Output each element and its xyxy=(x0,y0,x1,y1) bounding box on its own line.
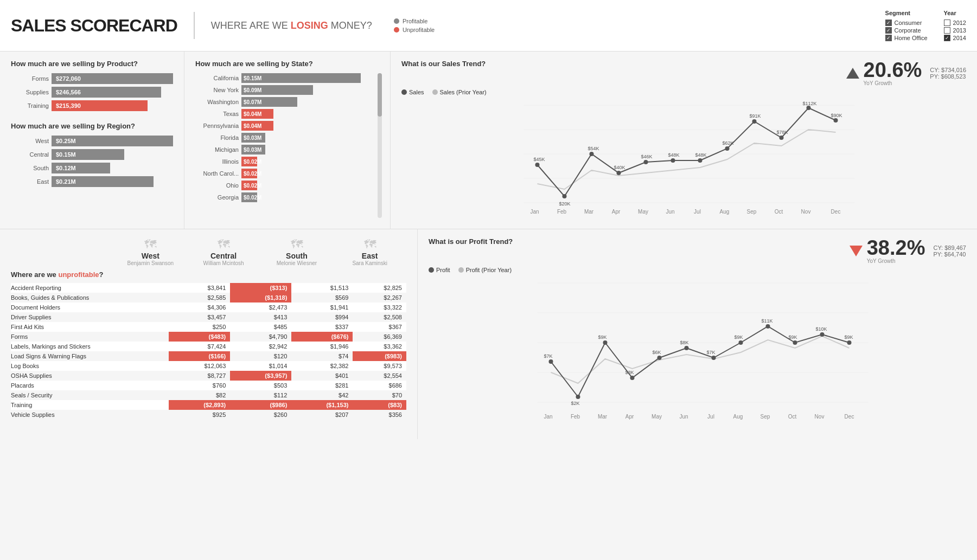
sales-cy: CY: $734,016 xyxy=(930,67,966,73)
sales-kpi: 20.6% YoY Growth xyxy=(846,60,922,86)
profit-cy-label: Profit xyxy=(436,267,450,273)
central-person: William Mcintosh xyxy=(187,260,260,266)
left-panel: How much are we selling by Product? Form… xyxy=(0,52,184,229)
svg-point-51 xyxy=(685,346,689,350)
segment-homeoffice[interactable]: ✓ Home Office xyxy=(885,35,928,41)
profit-py-dot xyxy=(458,267,464,273)
region-bar-south: South $0.12M xyxy=(11,163,173,173)
consumer-label: Consumer xyxy=(895,20,922,26)
profit-kpi-area: 38.2% YoY Growth CY: $89,467 PY: $64,740 xyxy=(850,237,966,264)
state-michigan: Michigan $0.03M xyxy=(195,145,379,155)
svg-text:Jul: Jul xyxy=(707,414,714,420)
svg-text:Jun: Jun xyxy=(666,209,674,215)
svg-point-15 xyxy=(807,106,811,110)
losing-word: LOSING xyxy=(291,20,328,31)
svg-text:$20K: $20K xyxy=(559,201,571,207)
svg-text:Oct: Oct xyxy=(788,414,797,420)
region-bar-chart: West $0.25M Central $0.15M xyxy=(11,136,173,187)
east-person: Sara Kaminski xyxy=(333,260,406,266)
state-section-title: How much are we selling by State? xyxy=(195,60,379,68)
sales-legend-py: Sales (Prior Year) xyxy=(432,89,487,95)
state-pennsylvania: Pennsylvania $0.04M xyxy=(195,121,379,131)
consumer-checkbox[interactable]: ✓ xyxy=(885,20,892,26)
profit-trend-panel: What is our Profit Trend? 38.2% YoY Grow… xyxy=(418,229,977,439)
profit-cy-dot xyxy=(429,267,434,273)
profit-legend-cy: Profit xyxy=(429,267,450,273)
sales-cy-label: Sales xyxy=(409,89,424,95)
svg-text:Mar: Mar xyxy=(598,414,608,420)
west-region-name: West xyxy=(114,252,187,260)
year2014-checkbox[interactable]: ✓ xyxy=(944,35,950,41)
sales-trend-title: What is our Sales Trend? xyxy=(401,60,486,68)
segment-consumer[interactable]: ✓ Consumer xyxy=(885,20,928,26)
sales-line-chart: $45K $20K $54K $40K $46K $48K $48K $62K … xyxy=(401,100,966,219)
svg-text:Dec: Dec xyxy=(831,209,841,215)
product-bar-forms: Forms $272,060 xyxy=(11,73,173,84)
year2012-checkbox[interactable] xyxy=(944,20,950,26)
svg-point-14 xyxy=(780,136,784,140)
segment-area: Segment ✓ Consumer ✓ Corporate ✓ Home Of… xyxy=(885,10,966,41)
region-section-title: How much are we selling by Region? xyxy=(11,122,173,130)
year-2013[interactable]: 2013 xyxy=(944,27,966,34)
south-map-icon: 🗺 xyxy=(260,237,334,252)
profit-line-chart: $7K $2K $9K $3K $6K $8K $7K $9K $11K $9K… xyxy=(429,278,966,429)
profit-py: PY: $64,740 xyxy=(933,251,966,258)
svg-text:Aug: Aug xyxy=(733,414,743,420)
product-bar-supplies: Supplies $246,566 xyxy=(11,87,173,98)
table-row: Accident Reporting$3,841($313)$1,513$2,8… xyxy=(11,283,406,293)
profit-cy: CY: $89,467 xyxy=(933,244,966,251)
state-newyork: New York $0.09M xyxy=(195,85,379,95)
state-panel: How much are we selling by State? Califo… xyxy=(184,52,391,229)
sales-trend-panel: What is our Sales Trend? 20.6% YoY Growt… xyxy=(391,52,977,229)
profit-legend-py: Profit (Prior Year) xyxy=(458,267,512,273)
up-arrow-icon xyxy=(846,68,859,79)
scrollbar-track xyxy=(378,73,382,218)
svg-point-10 xyxy=(671,158,675,163)
svg-text:Feb: Feb xyxy=(571,414,580,420)
svg-text:$90K: $90K xyxy=(831,113,842,118)
svg-point-47 xyxy=(576,395,580,399)
trend-header-row: What is our Sales Trend? 20.6% YoY Growt… xyxy=(401,60,966,86)
table-row: Forms($483)$4,790($676)$6,369 xyxy=(11,332,406,342)
table-row: Load Signs & Warning Flags($166)$120$74(… xyxy=(11,351,406,361)
svg-text:$8K: $8K xyxy=(680,340,689,345)
profit-kpi: 38.2% YoY Growth xyxy=(850,237,925,264)
year-2014[interactable]: ✓ 2014 xyxy=(944,35,966,41)
svg-text:$112K: $112K xyxy=(803,101,817,106)
svg-text:$7K: $7K xyxy=(707,350,716,355)
year-2012[interactable]: 2012 xyxy=(944,20,966,26)
homeoffice-checkbox[interactable]: ✓ xyxy=(885,35,892,41)
svg-text:$2K: $2K xyxy=(571,401,580,406)
svg-point-16 xyxy=(834,118,838,123)
svg-text:$40K: $40K xyxy=(614,165,625,170)
svg-text:$48K: $48K xyxy=(695,152,707,158)
profit-cy-py: CY: $89,467 PY: $64,740 xyxy=(933,244,966,258)
table-row: Vehicle Supplies$925$260$207$356 xyxy=(11,410,406,420)
unprofitable-label: Unprofitable xyxy=(403,27,435,33)
south-person: Melonie Wiesner xyxy=(260,260,334,266)
svg-text:$45K: $45K xyxy=(534,157,545,162)
region-headers: 🗺 West Benjamin Swanson 🗺 Central Willia… xyxy=(11,237,406,266)
east-region-name: East xyxy=(333,252,406,260)
west-person: Benjamin Swanson xyxy=(114,260,187,266)
sales-chart-legend: Sales Sales (Prior Year) xyxy=(401,89,966,95)
svg-text:$62K: $62K xyxy=(723,140,734,146)
sales-kpi-area: 20.6% YoY Growth CY: $734,016 PY: $608,5… xyxy=(846,60,966,86)
svg-point-50 xyxy=(657,356,662,360)
year2012-label: 2012 xyxy=(953,20,966,26)
dashboard: SALES SCORECARD WHERE ARE WE LOSING MONE… xyxy=(0,0,977,439)
table-row: Books, Guides & Publications$2,585($1,31… xyxy=(11,293,406,302)
scrollbar-thumb[interactable] xyxy=(378,73,382,117)
corporate-checkbox[interactable]: ✓ xyxy=(885,27,892,34)
profit-header-row: What is our Profit Trend? 38.2% YoY Grow… xyxy=(429,237,966,264)
year2013-checkbox[interactable] xyxy=(944,27,950,34)
segment-corporate[interactable]: ✓ Corporate xyxy=(885,27,928,34)
svg-text:$9K: $9K xyxy=(789,334,797,340)
state-georgia: Georgia $0.02M xyxy=(195,192,379,202)
lower-section: 🗺 West Benjamin Swanson 🗺 Central Willia… xyxy=(0,229,977,439)
table-row: Seals / Security$82$112$42$70 xyxy=(11,390,406,400)
svg-point-57 xyxy=(847,340,852,345)
svg-text:$9K: $9K xyxy=(845,334,853,340)
svg-point-13 xyxy=(752,119,757,124)
table-row: Labels, Markings and Stickers$7,424$2,94… xyxy=(11,342,406,351)
